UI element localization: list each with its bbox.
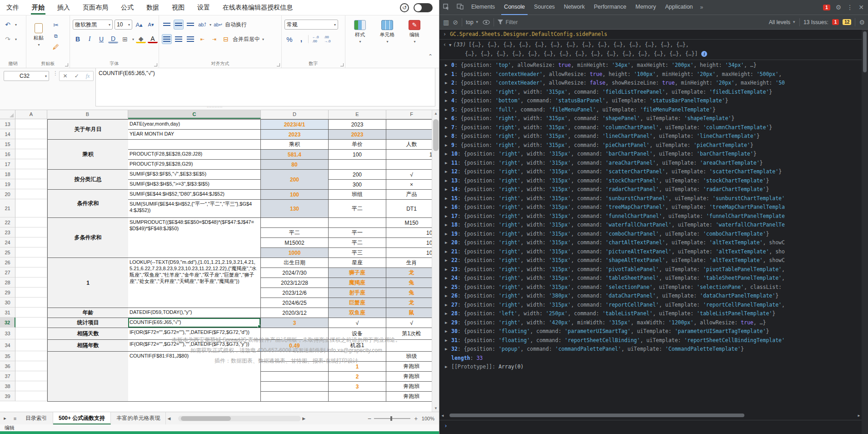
grid-cell-A19[interactable] xyxy=(15,179,47,189)
grid-cell-A32[interactable] xyxy=(15,318,47,328)
console-array-entry-1[interactable]: ▶1: {position: 'contextHeader', allowRes… xyxy=(439,70,868,79)
grid-cell-E33[interactable]: 设备 xyxy=(329,328,386,340)
grid-cell-D35[interactable] xyxy=(261,352,329,362)
console-array-entry-14[interactable]: ▶14: {position: 'right', width: '315px',… xyxy=(439,185,868,194)
formula-bar-handle[interactable]: ⋮ xyxy=(53,72,58,75)
devtools-settings-icon[interactable]: ⚙ xyxy=(836,4,842,11)
percent-icon[interactable]: % xyxy=(284,34,294,44)
grid-cell-A17[interactable] xyxy=(15,159,47,169)
console-array-entry-27[interactable]: ▶27: {position: 'right', width: '315px',… xyxy=(439,301,868,310)
console-array-entry-15[interactable]: ▶15: {position: 'right', width: '315px',… xyxy=(439,194,868,203)
font-color-icon[interactable]: A xyxy=(148,35,158,43)
name-box[interactable]: C32 ▾ xyxy=(4,71,49,81)
console-array-entry-2[interactable]: ▶2: {position: 'contextHeader', allowRes… xyxy=(439,79,868,88)
grid-cell-D26[interactable]: 出生日期 xyxy=(261,258,329,268)
grid-cell-D22[interactable] xyxy=(261,218,329,228)
grid-cell-C31[interactable]: DATEDIF(D59,TODAY(),"y") xyxy=(128,308,261,318)
console-array-entry-6[interactable]: ▶6: {position: 'right', width: '315px', … xyxy=(439,114,868,123)
zoom-in-icon[interactable]: ＋ xyxy=(413,414,419,423)
grid-cell-F17[interactable]: 1 xyxy=(386,160,437,170)
zoom-out-icon[interactable]: − xyxy=(368,415,371,422)
grid-cell-E28[interactable]: 魔羯座 xyxy=(329,278,386,288)
redo-icon[interactable]: ↷ xyxy=(3,34,13,44)
console-array-entry-0[interactable]: ▶0: {position: 'top', allowResize: true,… xyxy=(439,61,868,70)
grid-cell-D30[interactable]: 2024/6/25 xyxy=(261,298,329,308)
grid-cell-F16[interactable]: 10 xyxy=(386,150,437,160)
grid-cell-F37[interactable]: 奔跑班 xyxy=(386,372,437,382)
scroll-up-icon[interactable]: ▲ xyxy=(432,110,439,117)
grid-cell-B18[interactable]: 按分类汇总 xyxy=(48,170,129,190)
grid-cell-F26[interactable]: 生肖 xyxy=(386,258,437,268)
select-all-corner[interactable] xyxy=(0,110,15,119)
grid-cell-E17[interactable] xyxy=(329,160,386,170)
font-size-select[interactable]: 10▾ xyxy=(115,20,132,30)
grid-cell-D25[interactable]: 1000 xyxy=(261,248,329,258)
hscroll-right-icon[interactable]: ▶ xyxy=(301,416,307,421)
edit-button[interactable]: 编辑 ▾ xyxy=(403,18,426,45)
console-array-entry-29[interactable]: ▶29: {position: 'right', width: '420px',… xyxy=(439,318,868,328)
grid-cell-C21[interactable]: SUM(SUMIF($E$44:$H$52,{"平一","平二","平三"},$… xyxy=(128,200,261,218)
console-array-entry-18[interactable]: ▶18: {position: 'right', width: '315px',… xyxy=(439,221,868,230)
console-array-entry-25[interactable]: ▶25: {position: 'right', width: '315px',… xyxy=(439,283,868,292)
grid-cell-F18[interactable]: √ xyxy=(386,170,437,180)
grid-cell-C19[interactable]: SUMIF($H$3:$H$5,">=3",$I$3:$I$5) xyxy=(128,180,261,190)
grid-cell-E16[interactable]: 100 xyxy=(329,150,386,160)
grid-cell-D34[interactable]: 0.49 xyxy=(261,340,329,352)
grid-cell-C18[interactable]: SUMIF($F$3:$F$5,"√",$E$3:$E$5) xyxy=(128,170,261,180)
paste-button[interactable]: 粘贴 ▾ xyxy=(29,18,48,52)
cut-icon[interactable]: ✂ xyxy=(51,20,61,30)
grid-cell-F38[interactable]: 奔跑班 xyxy=(386,382,437,392)
column-header-D[interactable]: D xyxy=(261,110,329,119)
grid-cell-A14[interactable] xyxy=(15,129,47,139)
console-sidebar-icon[interactable]: ▥ xyxy=(443,19,449,26)
collapse-ribbon-icon[interactable]: ⌃ xyxy=(428,53,433,60)
confirm-entry-icon[interactable]: ✓ xyxy=(75,73,79,79)
grid-cell-E24[interactable]: 平二 xyxy=(329,238,386,248)
devtools-tab-sources[interactable]: Sources xyxy=(529,0,559,15)
row-header-35[interactable]: 35 xyxy=(0,351,15,361)
row-header-29[interactable]: 29 xyxy=(0,288,15,298)
js-context-select[interactable]: top▼ xyxy=(466,19,479,25)
row-header-20[interactable]: 20 xyxy=(0,189,15,199)
row-header-31[interactable]: 31 xyxy=(0,308,15,318)
grid-cell-A35[interactable] xyxy=(15,351,47,361)
grid-cell-D18[interactable]: 200 xyxy=(261,170,329,190)
row-header-34[interactable]: 34 xyxy=(0,339,15,351)
grid-cell-F35[interactable]: 班级 xyxy=(386,352,437,362)
row-header-25[interactable]: 25 xyxy=(0,247,15,257)
horizontal-scroll-thumb[interactable] xyxy=(181,416,231,421)
devtools-menu-icon[interactable]: ⋮ xyxy=(847,4,853,11)
inspect-element-icon[interactable] xyxy=(439,4,453,11)
alignment-dialog-launcher[interactable] xyxy=(277,63,280,66)
grid-cell-E18[interactable]: 200 xyxy=(329,170,386,180)
grid-cell-B13[interactable]: 关于年月日 xyxy=(48,120,129,140)
console-array-entry-32[interactable]: ▶32: {position: 'popup', command: 'comma… xyxy=(439,345,868,354)
bold-icon[interactable]: B xyxy=(73,34,83,44)
grid-cell-D29[interactable]: 2023/12/6 xyxy=(261,288,329,298)
grid-cell-D14[interactable]: 2023 xyxy=(261,130,329,140)
grid-cell-B33[interactable]: 相隔天数 xyxy=(48,328,129,340)
device-toolbar-icon[interactable] xyxy=(453,4,467,11)
ribbon-tab-页面布局[interactable]: 页面布局 xyxy=(76,0,115,15)
grid-cell-B34[interactable]: 相隔年数 xyxy=(48,340,129,352)
console-array-entry-10[interactable]: ▶10: {position: 'right', width: '315px',… xyxy=(439,150,868,159)
grid-cell-E26[interactable]: 星座 xyxy=(329,258,386,268)
decrease-indent-icon[interactable]: ⇤ xyxy=(197,34,207,44)
sheet-list-icon[interactable]: ≡ xyxy=(10,416,20,421)
grid-cell-E34[interactable]: 机器1 xyxy=(329,340,386,352)
grid-cell-E38[interactable]: 3 xyxy=(329,382,386,392)
prototype-row[interactable]: ▶[[Prototype]]: Array(0) xyxy=(439,363,868,372)
align-right-icon[interactable] xyxy=(185,34,195,44)
grid-cell-E22[interactable] xyxy=(329,218,386,228)
eye-icon[interactable] xyxy=(483,19,490,26)
console-hscroll-thumb[interactable] xyxy=(449,414,744,417)
console-prompt[interactable]: › xyxy=(439,420,862,431)
grid-cell-F14[interactable]: 4 xyxy=(386,130,437,140)
grid-cell-A38[interactable] xyxy=(15,381,47,391)
align-middle-icon[interactable] xyxy=(174,20,184,30)
row-header-17[interactable]: 17 xyxy=(0,159,15,169)
sheet-nav-icon[interactable]: ▸ xyxy=(0,415,10,421)
row-header-15[interactable]: 15 xyxy=(0,139,15,149)
console-array-entry-13[interactable]: ▶13: {position: 'right', width: '315px',… xyxy=(439,177,868,186)
grid-cell-F22[interactable]: M150 xyxy=(386,218,437,228)
